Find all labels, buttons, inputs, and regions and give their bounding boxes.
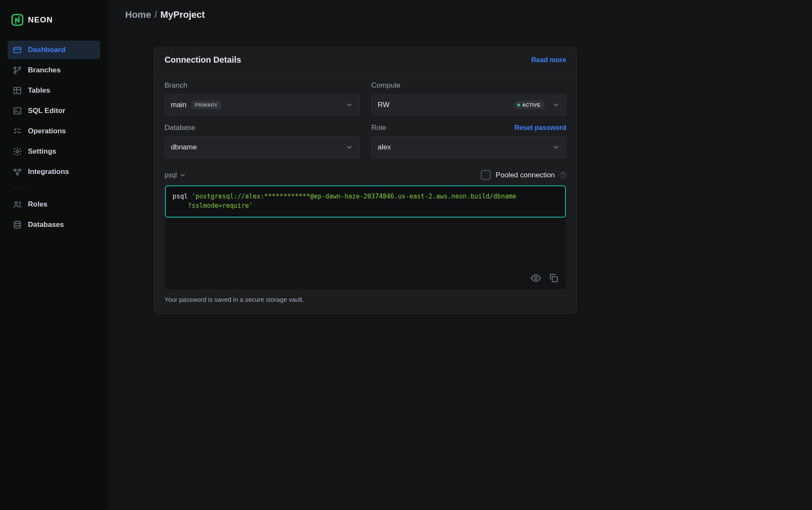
git-branch-icon — [13, 66, 22, 75]
code-line1: 'postgresql://alex:************@ep-dawn-… — [192, 193, 516, 200]
checklist-icon — [13, 127, 22, 136]
dashboard-icon — [13, 45, 22, 55]
sidebar-item-sql-editor[interactable]: SQL Editor — [8, 102, 100, 120]
eye-icon[interactable] — [530, 273, 541, 284]
sidebar-item-tables[interactable]: Tables — [8, 81, 100, 100]
table-icon — [13, 86, 22, 95]
chevron-down-icon — [552, 143, 560, 151]
chevron-down-icon — [179, 172, 186, 179]
field-label: Database — [165, 124, 195, 132]
sidebar-item-label: Databases — [28, 221, 64, 229]
branch-select[interactable]: main PRIMARY — [165, 94, 359, 116]
field-compute: Compute RW ACTIVE — [371, 81, 566, 116]
sidebar-item-label: SQL Editor — [28, 107, 65, 115]
compute-select[interactable]: RW ACTIVE — [371, 94, 566, 116]
users-icon — [13, 200, 22, 209]
brand-mark-icon — [11, 14, 24, 26]
field-label: Compute — [371, 81, 401, 90]
connection-string-code[interactable]: psql 'postgresql://alex:************@ep-… — [165, 185, 566, 218]
breadcrumb-separator: / — [154, 9, 157, 20]
connection-details-panel: Connection Details Read more Branch main… — [154, 47, 577, 314]
svg-rect-17 — [552, 276, 557, 281]
field-label: Role — [371, 124, 386, 132]
pooled-connection-group: Pooled connection ? — [481, 170, 566, 180]
database-icon — [13, 220, 22, 229]
select-value: dbname — [171, 143, 197, 152]
svg-point-4 — [14, 72, 16, 74]
svg-rect-1 — [14, 47, 21, 53]
sidebar-item-label: Integrations — [28, 168, 69, 176]
svg-point-10 — [16, 150, 19, 153]
svg-point-5 — [19, 67, 21, 69]
password-footnote: Your password is saved in a secure stora… — [165, 296, 566, 303]
read-more-link[interactable]: Read more — [531, 56, 566, 64]
sidebar-item-dashboard[interactable]: Dashboard — [8, 41, 100, 59]
reset-password-link[interactable]: Reset password — [514, 124, 566, 132]
breadcrumb-project[interactable]: MyProject — [160, 9, 205, 20]
sidebar-item-label: Roles — [28, 200, 47, 209]
help-icon[interactable]: ? — [560, 172, 566, 178]
pooled-label: Pooled connection — [496, 171, 555, 179]
sidebar-item-roles[interactable]: Roles — [8, 195, 100, 214]
svg-rect-6 — [14, 88, 21, 94]
sidebar-item-label: Dashboard — [28, 46, 66, 54]
copy-icon[interactable] — [548, 273, 559, 284]
format-select[interactable]: psql — [165, 171, 186, 179]
format-value: psql — [165, 171, 177, 179]
field-role: Role Reset password alex — [371, 124, 566, 158]
breadcrumb: Home / MyProject — [108, 0, 812, 29]
sidebar-item-settings[interactable]: Settings — [8, 142, 100, 161]
connection-string-box: psql 'postgresql://alex:************@ep-… — [165, 185, 566, 290]
connection-toolbar: psql Pooled connection ? — [165, 170, 566, 180]
svg-rect-9 — [14, 108, 21, 114]
role-select[interactable]: alex — [371, 136, 566, 158]
sidebar-item-label: Branches — [28, 66, 60, 74]
sidebar-divider — [13, 188, 26, 188]
select-value: RW — [378, 101, 390, 109]
sidebar-item-integrations[interactable]: Integrations — [8, 163, 100, 181]
chevron-down-icon — [346, 101, 353, 109]
panel-title: Connection Details — [165, 55, 241, 65]
field-database: Database dbname — [165, 124, 359, 158]
sidebar-item-label: Tables — [28, 86, 50, 95]
sidebar-item-branches[interactable]: Branches — [8, 61, 100, 80]
database-select[interactable]: dbname — [165, 136, 359, 158]
sidebar: NEON Dashboard Branches Tables SQL Edito… — [0, 0, 108, 510]
content: Connection Details Read more Branch main… — [108, 29, 812, 324]
chevron-down-icon — [552, 101, 560, 109]
sidebar-item-operations[interactable]: Operations — [8, 122, 100, 141]
integrations-icon — [13, 167, 22, 176]
code-cmd: psql — [173, 193, 192, 200]
main-area: Home / MyProject Connection Details Read… — [108, 0, 812, 510]
chevron-down-icon — [346, 143, 353, 151]
sidebar-item-databases[interactable]: Databases — [8, 215, 100, 234]
field-label: Branch — [165, 81, 187, 90]
svg-point-3 — [14, 67, 16, 69]
primary-badge: PRIMARY — [192, 101, 221, 109]
select-value: alex — [378, 143, 391, 152]
gear-icon — [13, 147, 22, 156]
svg-point-14 — [15, 201, 17, 204]
terminal-icon — [13, 106, 22, 116]
breadcrumb-home[interactable]: Home — [125, 9, 151, 20]
panel-body: Branch main PRIMARY Compute — [154, 73, 576, 313]
brand-logo[interactable]: NEON — [11, 14, 97, 26]
panel-header: Connection Details Read more — [154, 47, 576, 73]
svg-point-15 — [14, 221, 21, 224]
select-value: main — [171, 101, 187, 109]
active-badge: ACTIVE — [514, 101, 545, 109]
brand-name: NEON — [28, 15, 53, 25]
svg-point-13 — [16, 173, 18, 175]
code-line2: ?sslmode=require' — [173, 202, 253, 210]
sidebar-item-label: Operations — [28, 127, 66, 135]
sidebar-item-label: Settings — [28, 147, 56, 156]
field-branch: Branch main PRIMARY — [165, 81, 359, 116]
code-actions — [530, 273, 559, 284]
pooled-checkbox[interactable] — [481, 170, 491, 180]
svg-point-16 — [535, 276, 538, 279]
